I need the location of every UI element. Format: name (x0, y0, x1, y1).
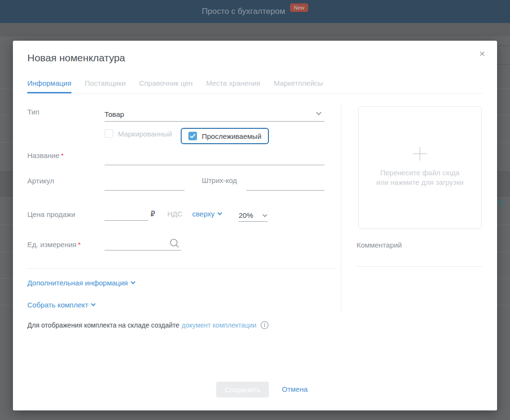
tab-price-book[interactable]: Справочник цен (139, 77, 193, 93)
article-input[interactable] (104, 177, 185, 191)
cancel-button[interactable]: Отмена (282, 385, 308, 393)
plus-icon (412, 146, 428, 161)
article-label: Артикул (27, 177, 54, 185)
vat-label: НДС (167, 210, 183, 218)
name-input[interactable] (104, 151, 325, 165)
top-brand-bar: Просто с бухгалтером New (0, 0, 510, 23)
assemble-kit-toggle[interactable]: Собрать комплект (27, 301, 95, 309)
required-mark: * (61, 151, 64, 159)
tab-suppliers[interactable]: Поставщики (85, 77, 126, 93)
kit-document-link[interactable]: документ комплектации (182, 321, 256, 329)
checkbox-unchecked-icon (104, 129, 113, 138)
new-badge: New (290, 3, 308, 12)
brand-title: Просто с бухгалтером (202, 7, 285, 16)
tab-marketplaces[interactable]: Маркетплейсы (274, 77, 323, 93)
currency-ruble-sign: ₽ (151, 210, 155, 218)
comment-input[interactable] (357, 247, 483, 267)
tab-information[interactable]: Информация (27, 77, 71, 93)
search-icon[interactable] (169, 238, 180, 249)
close-icon[interactable]: × (476, 47, 488, 60)
price-input[interactable] (104, 210, 148, 221)
vat-rate-select[interactable]: 20% (239, 210, 267, 222)
tab-storage-places[interactable]: Места хранения (206, 77, 260, 93)
vat-mode-select[interactable]: сверху (192, 210, 221, 218)
type-select[interactable]: Товар (104, 107, 325, 122)
additional-info-toggle[interactable]: Дополнительная информация (27, 279, 135, 287)
dropzone-hint: Перенесите файл сюда или нажмите для заг… (376, 168, 464, 187)
chevron-down-icon (91, 302, 96, 306)
background-button-outline (496, 45, 510, 65)
file-dropzone[interactable]: Перенесите файл сюда или нажмите для заг… (358, 106, 482, 229)
background-partial-text: O (498, 199, 504, 208)
section-divider (27, 268, 336, 269)
chevron-down-icon (316, 110, 321, 115)
checkbox-traceable-label: Прослеживаемый (202, 132, 261, 140)
kit-hint: Для отображения комплекта на складе созд… (27, 321, 269, 329)
info-icon[interactable] (260, 321, 269, 329)
price-label: Цена продажи (27, 210, 75, 218)
chevron-down-icon (217, 211, 222, 216)
kit-hint-text: Для отображения комплекта на складе созд… (27, 321, 179, 329)
barcode-input[interactable] (246, 177, 325, 191)
chevron-down-icon (130, 280, 135, 284)
new-nomenclature-modal: Новая номенклатура × Информация Поставщи… (13, 41, 497, 410)
barcode-label: Штрих-код (202, 176, 237, 184)
background-header-row (0, 23, 510, 36)
modal-title: Новая номенклатура (27, 52, 125, 64)
type-label: Тип (27, 108, 39, 116)
save-button[interactable]: Сохранить (216, 382, 269, 397)
checkbox-traceable[interactable]: Прослеживаемый (181, 128, 269, 144)
vat-mode-value: сверху (192, 210, 215, 218)
name-label: Название* (27, 151, 64, 159)
unit-label: Ед. измерения* (27, 240, 81, 249)
checkbox-marked-label: Маркированный (118, 130, 172, 138)
chevron-down-icon (263, 213, 267, 217)
checkbox-checked-icon (188, 132, 197, 140)
required-mark: * (78, 240, 81, 249)
modal-tabs: Информация Поставщики Справочник цен Мес… (27, 77, 483, 94)
column-divider (341, 104, 341, 312)
checkbox-marked[interactable]: Маркированный (104, 129, 172, 138)
type-select-value: Товар (104, 110, 124, 118)
vat-rate-value: 20% (239, 211, 253, 219)
